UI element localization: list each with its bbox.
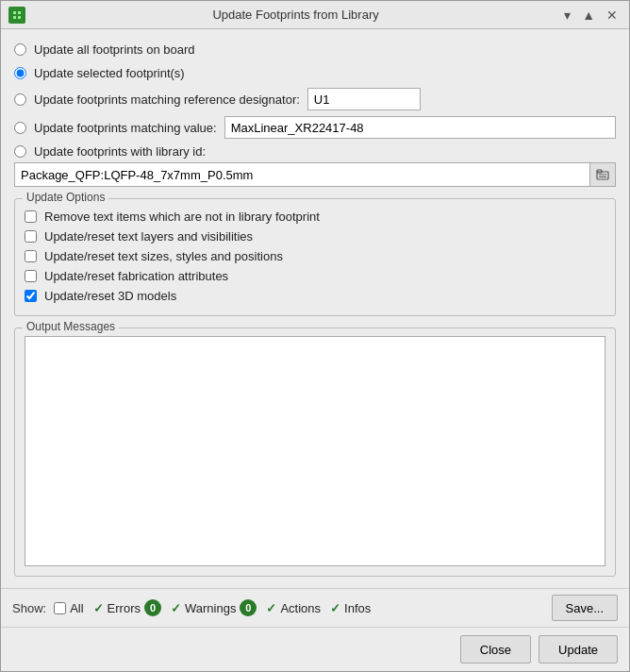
- radio-selected-label[interactable]: Update selected footprint(s): [34, 66, 185, 80]
- show-label: Show:: [12, 601, 46, 615]
- output-messages-group: Output Messages: [14, 328, 616, 577]
- checkbox-3d-models: Update/reset 3D models: [25, 286, 605, 306]
- svg-rect-3: [13, 16, 16, 19]
- svg-rect-1: [13, 11, 16, 14]
- library-input[interactable]: [14, 162, 589, 187]
- close-button[interactable]: ✕: [603, 7, 622, 24]
- checkbox-text-sizes-label[interactable]: Update/reset text sizes, styles and posi…: [44, 249, 283, 263]
- radio-value-row: Update footprints matching value:: [14, 116, 616, 139]
- library-browse-btn[interactable]: [589, 162, 616, 187]
- output-messages-label: Output Messages: [23, 320, 119, 333]
- radio-value-label[interactable]: Update footprints matching value:: [34, 121, 217, 135]
- infos-check-icon: ✓: [330, 601, 340, 615]
- filter-infos: ✓ Infos: [330, 601, 371, 615]
- update-button[interactable]: Update: [539, 635, 618, 664]
- radio-ref-row: Update footprints matching reference des…: [14, 88, 616, 110]
- radio-ref-label[interactable]: Update footprints matching reference des…: [34, 92, 300, 107]
- checkbox-fab-attrs-label[interactable]: Update/reset fabrication attributes: [44, 269, 228, 283]
- checkbox-text-sizes: Update/reset text sizes, styles and posi…: [25, 246, 605, 266]
- filter-infos-label[interactable]: Infos: [344, 601, 371, 615]
- filter-warnings-label[interactable]: Warnings: [185, 601, 236, 615]
- errors-badge: 0: [144, 599, 161, 616]
- main-content: Update all footprints on board Update se…: [1, 29, 629, 588]
- filter-bar: Show: All ✓ Errors 0 ✓ Warnings 0 ✓ Acti…: [1, 588, 629, 627]
- filter-warnings: ✓ Warnings 0: [171, 599, 257, 616]
- save-button[interactable]: Save...: [552, 595, 618, 621]
- checkbox-text-layers: Update/reset text layers and visibilitie…: [25, 227, 605, 246]
- close-button[interactable]: Close: [460, 635, 531, 664]
- window-title: Update Footprints from Library: [31, 8, 560, 22]
- update-options-group: Update Options Remove text items which a…: [14, 198, 616, 316]
- library-input-wrap: [14, 162, 616, 187]
- radio-lib[interactable]: [14, 145, 26, 158]
- checkbox-text-layers-label[interactable]: Update/reset text layers and visibilitie…: [44, 229, 253, 244]
- checkbox-text-layers-input[interactable]: [25, 230, 37, 243]
- svg-rect-0: [11, 9, 23, 21]
- window-controls: ▾ ▲ ✕: [560, 7, 622, 24]
- action-buttons: Close Update: [1, 627, 629, 671]
- filter-all: All: [54, 601, 83, 615]
- filter-all-checkbox[interactable]: [54, 602, 66, 614]
- radio-all[interactable]: [14, 43, 26, 56]
- browse-icon: [596, 169, 609, 180]
- output-area: [25, 336, 605, 566]
- checkbox-3d-models-input[interactable]: [25, 290, 37, 302]
- checkbox-text-sizes-input[interactable]: [25, 250, 37, 262]
- filter-actions: ✓ Actions: [266, 601, 321, 615]
- checkbox-remove-text: Remove text items which are not in libra…: [25, 207, 605, 227]
- value-input[interactable]: [224, 116, 616, 139]
- radio-lib-label[interactable]: Update footprints with library id:: [34, 144, 206, 159]
- warnings-check-icon: ✓: [171, 601, 181, 615]
- svg-rect-4: [18, 16, 21, 19]
- maximize-button[interactable]: ▲: [578, 7, 599, 24]
- svg-rect-2: [18, 11, 21, 14]
- radio-all-label[interactable]: Update all footprints on board: [34, 42, 195, 57]
- app-icon: [8, 7, 25, 24]
- titlebar: Update Footprints from Library ▾ ▲ ✕: [1, 1, 629, 29]
- checkbox-fab-attrs: Update/reset fabrication attributes: [25, 266, 605, 286]
- filter-actions-label[interactable]: Actions: [280, 601, 321, 615]
- checkbox-remove-text-input[interactable]: [25, 210, 37, 223]
- actions-check-icon: ✓: [266, 601, 276, 615]
- radio-all-row: Update all footprints on board: [14, 41, 616, 59]
- radio-selected-row: Update selected footprint(s): [14, 64, 616, 82]
- radio-selected[interactable]: [14, 67, 26, 79]
- ref-input[interactable]: [307, 88, 421, 110]
- filter-all-label[interactable]: All: [70, 601, 83, 615]
- update-options-label: Update Options: [23, 191, 108, 204]
- main-window: Update Footprints from Library ▾ ▲ ✕ Upd…: [0, 0, 630, 672]
- filter-errors-label[interactable]: Errors: [108, 601, 141, 615]
- warnings-badge: 0: [240, 599, 257, 616]
- radio-lib-row: Update footprints with library id:: [14, 144, 616, 187]
- radio-ref[interactable]: [14, 93, 26, 106]
- radio-value[interactable]: [14, 122, 26, 134]
- checkbox-fab-attrs-input[interactable]: [25, 270, 37, 282]
- checkbox-remove-text-label[interactable]: Remove text items which are not in libra…: [44, 210, 320, 224]
- menu-button[interactable]: ▾: [560, 7, 574, 24]
- checkbox-3d-models-label[interactable]: Update/reset 3D models: [44, 289, 176, 303]
- filter-errors: ✓ Errors 0: [93, 599, 161, 616]
- errors-check-icon: ✓: [93, 601, 104, 615]
